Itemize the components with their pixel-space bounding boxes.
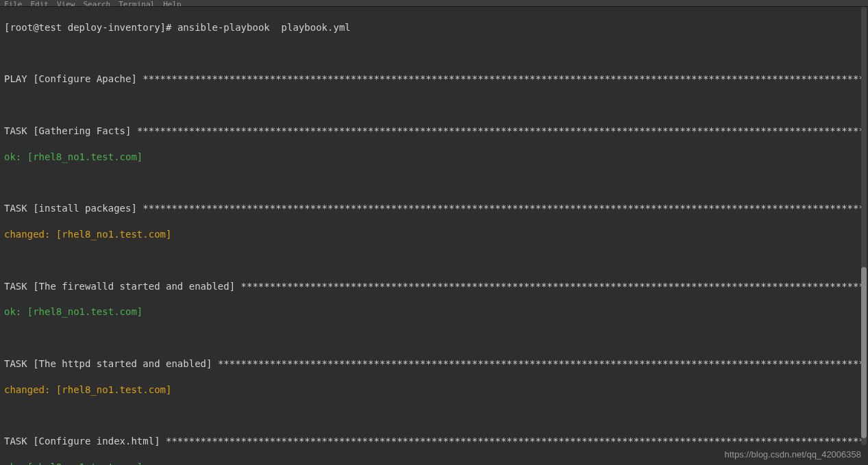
- task-result-ok: ok: [rhel8_no1.test.com]: [4, 151, 864, 164]
- menu-help[interactable]: Help: [163, 0, 182, 7]
- task-header: TASK [Gathering Facts] *****************…: [4, 125, 864, 138]
- terminal-output[interactable]: [root@test deploy-inventory]# ansible-pl…: [0, 7, 868, 465]
- task-header: TASK [Configure index.html] ************…: [4, 435, 864, 448]
- blank-line: [4, 99, 864, 112]
- watermark: https://blog.csdn.net/qq_42006358: [725, 449, 862, 461]
- menu-view[interactable]: View: [57, 0, 75, 7]
- task-header: TASK [install packages] ****************…: [4, 202, 864, 215]
- blank-line: [4, 410, 864, 423]
- prompt-line: [root@test deploy-inventory]# ansible-pl…: [4, 21, 864, 34]
- task-result-ok: ok: [rhel8_no1.test.com]: [4, 305, 864, 318]
- blank-line: [4, 254, 864, 267]
- blank-line: [4, 331, 864, 344]
- play-header: PLAY [Configure Apache] ****************…: [4, 73, 864, 86]
- menu-terminal[interactable]: Terminal: [119, 0, 155, 7]
- blank-line: [4, 177, 864, 190]
- scrollbar[interactable]: [861, 7, 867, 445]
- task-result-changed: changed: [rhel8_no1.test.com]: [4, 228, 864, 241]
- blank-line: [4, 47, 864, 60]
- menu-file[interactable]: File: [4, 0, 23, 7]
- task-result-ok: ok: [rhel8_no1.test.com]: [4, 461, 864, 465]
- menu-edit[interactable]: Edit: [31, 0, 49, 7]
- scrollbar-thumb[interactable]: [861, 267, 867, 438]
- menubar[interactable]: FileEditViewSearchTerminalHelp: [0, 0, 868, 7]
- task-header: TASK [The httpd started and enabled] ***…: [4, 357, 864, 370]
- task-header: TASK [The firewalld started and enabled]…: [4, 280, 864, 293]
- menu-search[interactable]: Search: [84, 0, 111, 7]
- task-result-changed: changed: [rhel8_no1.test.com]: [4, 384, 864, 397]
